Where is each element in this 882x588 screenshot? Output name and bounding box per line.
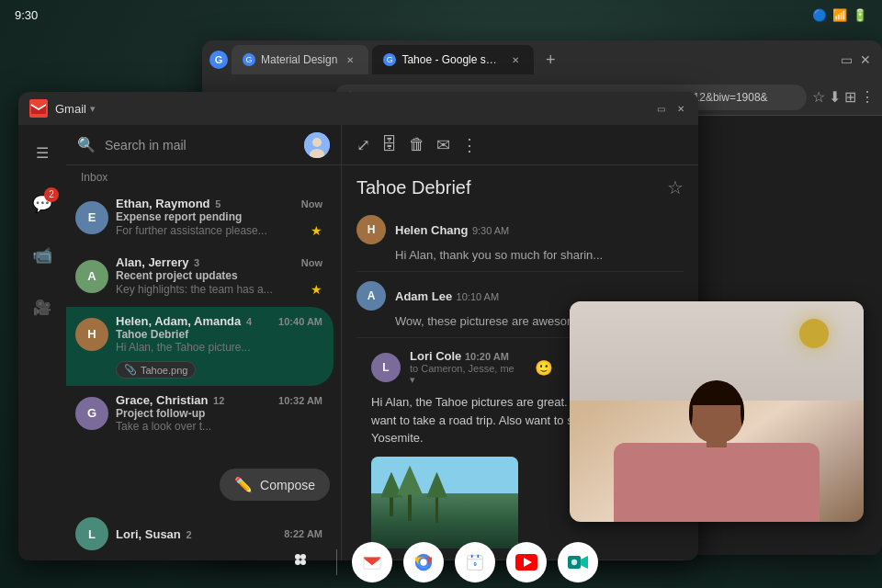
thread-sender-1: Adam Lee <box>395 289 452 303</box>
browser-more-icon[interactable]: ⋮ <box>860 88 875 106</box>
system-icons: 🔵 📶 🔋 <box>812 8 867 22</box>
gmail-list-panel: 🔍 Search in mail Inbox E <box>66 125 342 560</box>
email-sender-1: Alan, Jerrery 3 <box>116 255 199 269</box>
svg-point-6 <box>295 560 300 565</box>
gmail-close-btn[interactable]: ✕ <box>674 102 687 115</box>
thread-sender-2: Lori Cole 10:20 AM <box>410 349 520 363</box>
email-time-1: Now <box>301 257 322 268</box>
system-bar: 9:30 🔵 📶 🔋 <box>0 0 882 29</box>
user-avatar[interactable] <box>304 132 330 158</box>
email-item-0[interactable]: E Ethan, Raymond 5 Now Expense report pe… <box>66 189 334 248</box>
inbox-label: Inbox <box>66 165 341 189</box>
svg-point-11 <box>420 559 426 565</box>
video-background <box>570 301 864 522</box>
thread-avatar-2: L <box>371 353 401 382</box>
taskbar-divider <box>336 549 337 575</box>
tab-favicon-material: G <box>243 53 255 66</box>
tree-2 <box>408 486 412 521</box>
detail-delete-btn[interactable]: 🗑 <box>409 135 425 154</box>
email-item-2[interactable]: H Helen, Adam, Amanda 4 10:40 AM Tahoe D… <box>66 307 334 386</box>
gmail-sidebar: ☰ 💬 📹 🎥 <box>18 125 66 560</box>
thread-time-0: 9:30 AM <box>472 225 509 236</box>
gmail-titlebar: Gmail ▾ ▭ ✕ <box>18 92 698 125</box>
image-bg <box>371 457 518 548</box>
apps-grid-icon <box>293 552 313 572</box>
detail-archive-btn[interactable]: 🗄 <box>381 135 398 154</box>
video-call-overlay <box>570 301 864 522</box>
taskbar-gmail-btn[interactable] <box>352 542 392 582</box>
tab-tahoe-search[interactable]: G Tahoe - Google sesarch ✕ <box>372 45 534 74</box>
sidebar-meet-icon[interactable]: 🎥 <box>26 290 59 323</box>
detail-star-btn[interactable]: ☆ <box>667 176 684 198</box>
emoji-btn[interactable]: 🙂 <box>529 353 559 382</box>
attachment-badge-2: 📎 Tahoe.png <box>116 361 196 379</box>
svg-point-7 <box>300 560 306 565</box>
person-body <box>614 443 820 522</box>
tree-1 <box>390 489 393 516</box>
new-tab-button[interactable]: + <box>537 47 563 73</box>
star-icon-1[interactable]: ★ <box>311 282 322 297</box>
email-meta-0: Ethan, Raymond 5 Now Expense report pend… <box>116 197 322 238</box>
user-avatar-img <box>304 132 330 158</box>
compose-button[interactable]: ✏️ Compose <box>220 469 330 501</box>
taskbar-apps-btn[interactable] <box>285 544 322 581</box>
compose-icon: ✏️ <box>234 476 253 493</box>
tab-close-tahoe[interactable]: ✕ <box>508 52 523 67</box>
search-input[interactable]: Search in mail <box>105 138 295 153</box>
sidebar-video-icon[interactable]: 📹 <box>26 239 59 272</box>
browser-minimize-btn[interactable]: ▭ <box>841 52 853 67</box>
taskbar-calendar-btn[interactable]: 9 <box>455 542 495 582</box>
email-subject-0: Expense report pending <box>116 210 322 223</box>
email-item-1[interactable]: A Alan, Jerrery 3 Now Recent project upd… <box>66 248 334 307</box>
tahoe-image-attachment[interactable] <box>371 457 518 548</box>
taskbar-chrome-btn[interactable] <box>403 542 444 582</box>
browser-apps-icon[interactable]: ⊞ <box>844 88 856 106</box>
gmail-title-dropdown[interactable]: ▾ <box>90 103 96 115</box>
sidebar-chat-icon[interactable]: 💬 <box>26 187 59 220</box>
email-avatar-2: H <box>75 318 108 351</box>
bookmark-icon[interactable]: ☆ <box>812 88 825 106</box>
chrome-taskbar-icon <box>413 552 434 572</box>
system-time: 9:30 <box>15 8 38 22</box>
thread-preview-0: Hi Alan, thank you so much for sharin... <box>356 248 684 262</box>
browser-close-btn[interactable]: ✕ <box>860 52 871 67</box>
email-subject-3: Project follow-up <box>116 407 322 420</box>
detail-mail-btn[interactable]: ✉ <box>436 135 450 155</box>
compose-label: Compose <box>260 478 315 492</box>
taskbar-meet-btn[interactable] <box>558 542 598 582</box>
meet-taskbar-icon <box>568 554 588 571</box>
browser-tabbar: G G Material Design ✕ G Tahoe - Google s… <box>202 40 882 79</box>
star-icon-0[interactable]: ★ <box>311 223 322 238</box>
wifi-icon: 📶 <box>832 8 847 22</box>
detail-more-btn[interactable]: ⋮ <box>461 135 478 155</box>
gmail-window-controls: ▭ ✕ <box>654 102 687 115</box>
email-preview-3: Take a look over t... <box>116 420 211 433</box>
tab-favicon-tahoe: G <box>383 53 396 66</box>
email-item-3[interactable]: G Grace, Christian 12 10:32 AM Project f… <box>66 386 334 443</box>
email-time-3: 10:32 AM <box>278 395 322 406</box>
email-meta-2: Helen, Adam, Amanda 4 10:40 AM Tahoe Deb… <box>116 314 322 354</box>
email-avatar-0: E <box>75 201 108 234</box>
tree-3 <box>435 491 438 523</box>
thread-item-0[interactable]: H Helen Chang 9:30 AM Hi Alan, thank you… <box>356 206 684 272</box>
calendar-taskbar-icon: 9 <box>466 553 484 571</box>
taskbar-youtube-btn[interactable] <box>506 542 547 582</box>
email-avatar-3: G <box>75 397 108 430</box>
detail-toolbar: ⤢ 🗄 🗑 ✉ ⋮ <box>342 125 698 165</box>
email-preview-1: Key highlights: the team has a... <box>116 283 273 296</box>
detail-subject-text: Tahoe Debrief <box>356 177 471 198</box>
gmail-minimize-btn[interactable]: ▭ <box>654 102 667 115</box>
svg-point-17 <box>571 560 576 565</box>
download-icon[interactable]: ⬇ <box>829 88 841 106</box>
person-head <box>689 380 744 443</box>
tab-close-material[interactable]: ✕ <box>343 52 357 67</box>
search-icon[interactable]: 🔍 <box>77 136 96 153</box>
email-time-0: Now <box>301 198 322 209</box>
sidebar-hamburger-btn[interactable]: ☰ <box>26 136 59 169</box>
tab-material-design[interactable]: G Material Design ✕ <box>232 45 368 74</box>
lamp-decoration <box>799 319 829 348</box>
gmail-favicon-icon <box>29 99 48 118</box>
video-person-container <box>614 379 820 522</box>
svg-point-2 <box>312 138 322 147</box>
detail-expand-btn[interactable]: ⤢ <box>356 135 370 155</box>
